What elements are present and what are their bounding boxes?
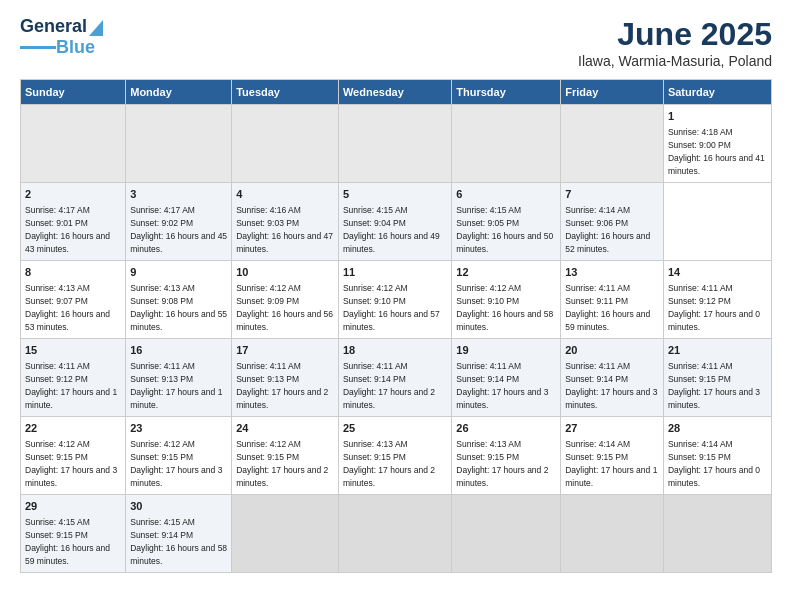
table-row: 28Sunrise: 4:14 AMSunset: 9:15 PMDayligh… [663, 416, 771, 494]
calendar-body: 1Sunrise: 4:18 AMSunset: 9:00 PMDaylight… [21, 105, 772, 573]
empty-cell [452, 494, 561, 572]
logo-blue: Blue [56, 37, 95, 58]
day-number: 18 [343, 343, 447, 358]
calendar-header: Sunday Monday Tuesday Wednesday Thursday… [21, 80, 772, 105]
table-row: 1Sunrise: 4:18 AMSunset: 9:00 PMDaylight… [663, 105, 771, 183]
day-number: 7 [565, 187, 659, 202]
day-number: 15 [25, 343, 121, 358]
table-row: 13Sunrise: 4:11 AMSunset: 9:11 PMDayligh… [561, 260, 664, 338]
table-row: 23Sunrise: 4:12 AMSunset: 9:15 PMDayligh… [126, 416, 232, 494]
day-number: 17 [236, 343, 334, 358]
empty-cell [452, 105, 561, 183]
empty-cell [232, 494, 339, 572]
table-row: 20Sunrise: 4:11 AMSunset: 9:14 PMDayligh… [561, 338, 664, 416]
empty-cell [338, 494, 451, 572]
table-row: 26Sunrise: 4:13 AMSunset: 9:15 PMDayligh… [452, 416, 561, 494]
day-number: 20 [565, 343, 659, 358]
day-number: 14 [668, 265, 767, 280]
day-number: 24 [236, 421, 334, 436]
table-row: 27Sunrise: 4:14 AMSunset: 9:15 PMDayligh… [561, 416, 664, 494]
table-row: 24Sunrise: 4:12 AMSunset: 9:15 PMDayligh… [232, 416, 339, 494]
table-row: 5Sunrise: 4:15 AMSunset: 9:04 PMDaylight… [338, 182, 451, 260]
title-block: June 2025 Ilawa, Warmia-Masuria, Poland [578, 16, 772, 69]
day-number: 11 [343, 265, 447, 280]
logo-general: General [20, 16, 87, 37]
table-row: 12Sunrise: 4:12 AMSunset: 9:10 PMDayligh… [452, 260, 561, 338]
table-row: 29Sunrise: 4:15 AMSunset: 9:15 PMDayligh… [21, 494, 126, 572]
table-row: 22Sunrise: 4:12 AMSunset: 9:15 PMDayligh… [21, 416, 126, 494]
day-number: 9 [130, 265, 227, 280]
day-number: 27 [565, 421, 659, 436]
day-number: 23 [130, 421, 227, 436]
day-number: 30 [130, 499, 227, 514]
col-friday: Friday [561, 80, 664, 105]
col-tuesday: Tuesday [232, 80, 339, 105]
table-row: 8Sunrise: 4:13 AMSunset: 9:07 PMDaylight… [21, 260, 126, 338]
table-row: 2Sunrise: 4:17 AMSunset: 9:01 PMDaylight… [21, 182, 126, 260]
day-number: 19 [456, 343, 556, 358]
svg-marker-0 [89, 20, 103, 36]
table-row: 3Sunrise: 4:17 AMSunset: 9:02 PMDaylight… [126, 182, 232, 260]
empty-cell [232, 105, 339, 183]
table-row: 6Sunrise: 4:15 AMSunset: 9:05 PMDaylight… [452, 182, 561, 260]
day-number: 29 [25, 499, 121, 514]
col-saturday: Saturday [663, 80, 771, 105]
day-number: 10 [236, 265, 334, 280]
day-number: 21 [668, 343, 767, 358]
col-thursday: Thursday [452, 80, 561, 105]
table-row: 19Sunrise: 4:11 AMSunset: 9:14 PMDayligh… [452, 338, 561, 416]
calendar-page: General Blue June 2025 Ilawa, Warmia-Mas… [0, 0, 792, 612]
table-row: 9Sunrise: 4:13 AMSunset: 9:08 PMDaylight… [126, 260, 232, 338]
day-number: 4 [236, 187, 334, 202]
day-number: 8 [25, 265, 121, 280]
day-number: 5 [343, 187, 447, 202]
table-row: 18Sunrise: 4:11 AMSunset: 9:14 PMDayligh… [338, 338, 451, 416]
empty-cell [126, 105, 232, 183]
table-row: 10Sunrise: 4:12 AMSunset: 9:09 PMDayligh… [232, 260, 339, 338]
calendar-title: June 2025 [578, 16, 772, 53]
day-number: 28 [668, 421, 767, 436]
day-number: 2 [25, 187, 121, 202]
calendar-table: Sunday Monday Tuesday Wednesday Thursday… [20, 79, 772, 573]
table-row: 17Sunrise: 4:11 AMSunset: 9:13 PMDayligh… [232, 338, 339, 416]
empty-cell [338, 105, 451, 183]
logo: General Blue [20, 16, 103, 58]
table-row: 4Sunrise: 4:16 AMSunset: 9:03 PMDaylight… [232, 182, 339, 260]
empty-cell [21, 105, 126, 183]
col-wednesday: Wednesday [338, 80, 451, 105]
col-sunday: Sunday [21, 80, 126, 105]
empty-cell [663, 494, 771, 572]
header: General Blue June 2025 Ilawa, Warmia-Mas… [20, 16, 772, 69]
table-row: 16Sunrise: 4:11 AMSunset: 9:13 PMDayligh… [126, 338, 232, 416]
table-row: 30Sunrise: 4:15 AMSunset: 9:14 PMDayligh… [126, 494, 232, 572]
day-number: 1 [668, 109, 767, 124]
table-row: 7Sunrise: 4:14 AMSunset: 9:06 PMDaylight… [561, 182, 664, 260]
day-number: 3 [130, 187, 227, 202]
day-number: 12 [456, 265, 556, 280]
table-row: 21Sunrise: 4:11 AMSunset: 9:15 PMDayligh… [663, 338, 771, 416]
logo-triangle-icon [89, 18, 103, 36]
day-number: 26 [456, 421, 556, 436]
table-row: 25Sunrise: 4:13 AMSunset: 9:15 PMDayligh… [338, 416, 451, 494]
day-number: 25 [343, 421, 447, 436]
day-number: 22 [25, 421, 121, 436]
day-number: 16 [130, 343, 227, 358]
empty-cell [561, 105, 664, 183]
table-row: 11Sunrise: 4:12 AMSunset: 9:10 PMDayligh… [338, 260, 451, 338]
empty-cell [561, 494, 664, 572]
day-number: 6 [456, 187, 556, 202]
table-row: 15Sunrise: 4:11 AMSunset: 9:12 PMDayligh… [21, 338, 126, 416]
calendar-subtitle: Ilawa, Warmia-Masuria, Poland [578, 53, 772, 69]
table-row: 14Sunrise: 4:11 AMSunset: 9:12 PMDayligh… [663, 260, 771, 338]
col-monday: Monday [126, 80, 232, 105]
day-number: 13 [565, 265, 659, 280]
